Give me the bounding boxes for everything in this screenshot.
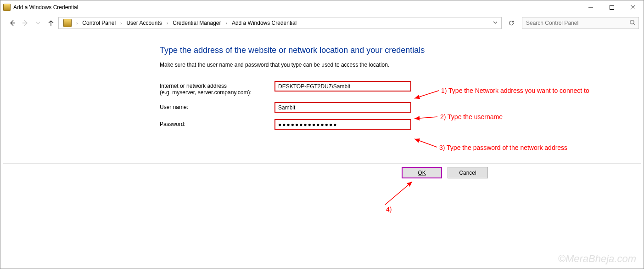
content-area: Type the address of the website or netwo… (0, 32, 644, 269)
minimize-icon (588, 5, 593, 10)
search-box[interactable] (522, 17, 639, 29)
ok-button-label: OK (418, 170, 426, 176)
up-button[interactable] (45, 17, 56, 29)
breadcrumb-user-accounts[interactable]: User Accounts (124, 19, 163, 27)
svg-point-4 (630, 20, 634, 23)
recent-dropdown[interactable] (33, 17, 44, 29)
refresh-icon (508, 19, 515, 27)
svg-line-5 (633, 23, 635, 25)
minimize-button[interactable] (580, 0, 601, 14)
row-password: Password: (160, 119, 644, 130)
chevron-down-icon (36, 21, 40, 25)
address-bar-dropdown[interactable] (491, 20, 499, 26)
watermark: ©MeraBheja.com (558, 253, 636, 265)
search-input[interactable] (525, 19, 627, 27)
username-input[interactable] (274, 102, 411, 113)
breadcrumb-chevron-icon: › (166, 21, 169, 26)
username-label: User name: (160, 102, 274, 110)
maximize-button[interactable] (601, 0, 622, 14)
page-heading: Type the address of the website or netwo… (160, 46, 644, 55)
forward-button[interactable] (20, 17, 31, 29)
folder-icon (63, 19, 72, 27)
address-input[interactable] (274, 81, 411, 92)
close-button[interactable] (622, 0, 644, 14)
close-icon (631, 5, 635, 10)
refresh-button[interactable] (505, 17, 517, 29)
password-input[interactable] (274, 119, 411, 130)
credential-icon (3, 4, 11, 11)
back-button[interactable] (7, 17, 18, 29)
title-bar: Add a Windows Credential (0, 0, 644, 14)
window-controls (580, 0, 644, 14)
cancel-button[interactable]: Cancel (448, 167, 488, 178)
breadcrumb-chevron-icon: › (75, 21, 78, 26)
button-bar: OK Cancel (0, 167, 644, 178)
breadcrumb-add-credential[interactable]: Add a Windows Credential (230, 19, 298, 27)
breadcrumb-credential-manager[interactable]: Credential Manager (171, 19, 223, 27)
search-icon (629, 19, 636, 27)
ok-button[interactable]: OK (402, 167, 442, 178)
address-hint-text: (e.g. myserver, server.company.com): (160, 89, 274, 96)
svg-rect-1 (610, 5, 614, 9)
address-bar[interactable]: › Control Panel › User Accounts › Creden… (58, 17, 502, 29)
address-label-text: Internet or network address (160, 83, 227, 89)
breadcrumb-control-panel[interactable]: Control Panel (80, 19, 118, 27)
window: Add a Windows Credential (0, 0, 644, 269)
chevron-down-icon (493, 20, 498, 25)
window-title: Add a Windows Credential (13, 4, 580, 11)
address-label: Internet or network address (e.g. myserv… (160, 81, 274, 96)
row-username: User name: (160, 102, 644, 113)
up-arrow-icon (47, 19, 55, 27)
breadcrumb-chevron-icon: › (119, 21, 123, 26)
footer-separator (3, 163, 641, 164)
navigation-bar: › Control Panel › User Accounts › Creden… (0, 14, 644, 32)
password-label: Password: (160, 119, 274, 127)
breadcrumb-chevron-icon: › (225, 21, 228, 26)
maximize-icon (610, 5, 614, 10)
page-subtext: Make sure that the user name and passwor… (160, 62, 644, 68)
forward-arrow-icon (22, 19, 29, 27)
back-arrow-icon (9, 19, 16, 27)
row-address: Internet or network address (e.g. myserv… (160, 81, 644, 96)
